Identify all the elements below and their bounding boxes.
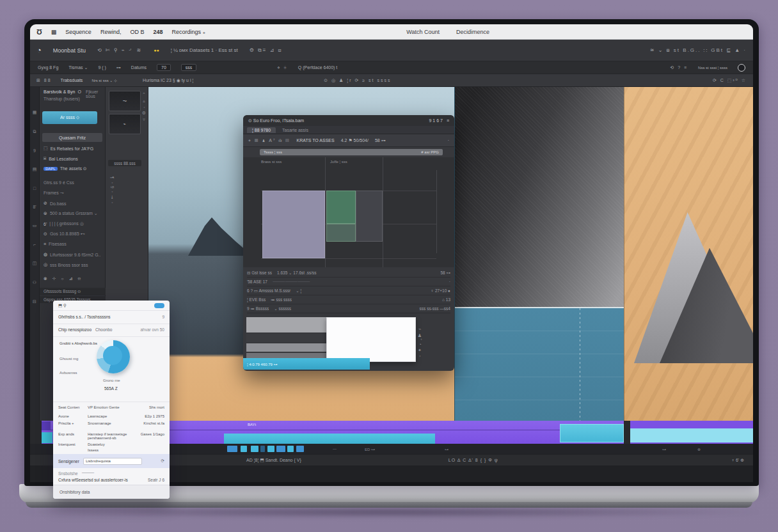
track-chip[interactable] — [241, 446, 247, 452]
rail-eight-icon[interactable]: 8' — [33, 205, 36, 209]
tab-active[interactable]: ¦ 88 9780 — [247, 127, 276, 133]
app-logo-icon[interactable]: ◔ — [36, 45, 42, 55]
tree-item[interactable]: ◍Lifurtssossr 9.6 fSrm2 G.. — [44, 252, 102, 257]
info-row[interactable]: ⊡ Gst lsse ss 1.635 ⌄ 17.6st .ss/ss 58 ⊶ — [247, 269, 450, 278]
tree-item[interactable]: ◎sss Bnoss ssor sss — [44, 262, 102, 267]
timeline-chip-purple[interactable] — [42, 421, 51, 430]
section-quasam-fritz[interactable]: Quasam Fritz — [42, 133, 102, 142]
track-chip[interactable] — [267, 446, 274, 452]
timing-dropdown[interactable]: Tismas ⌄ — [68, 65, 88, 70]
rail-tray-icon[interactable]: ⊟ — [33, 299, 36, 304]
status-far-cluster[interactable]: ♀ 6' ⊕ — [731, 458, 744, 463]
clip-filename[interactable]: ssss 88.sss — [108, 160, 141, 166]
bin-side-icons[interactable]: ¶ ◦ 9 ◦ ⊸ ◦ — [109, 176, 115, 205]
panel-toggle-icons[interactable]: ⊞ 88 — [36, 78, 52, 83]
info-row[interactable]: '58 ASE 17 ⸻⸻⸻ · — [247, 278, 450, 286]
export-settings-panel[interactable]: ⬒ ⚲ Gfxthsbs s.s.. / Tsoshssssns 9 Chip … — [53, 301, 170, 499]
float-toolbar-values[interactable]: 4.2 ⚑ 50/504/ — [341, 138, 369, 143]
float-toolbar-right[interactable]: 58 ⊶ — [375, 138, 386, 143]
slider-line[interactable]: ⸻⸻⸻ — [273, 279, 444, 285]
bin-scroll-icons[interactable]: ⌃ ▵ ◦ ⚙ ▿ — [141, 92, 147, 122]
rail-box-icon[interactable]: ▭ — [33, 223, 37, 228]
panel-header-controls[interactable]: Nrs st sss ⌄ ⊹ — [91, 78, 117, 82]
link-icon[interactable]: ⊶ — [116, 65, 121, 70]
timeline-clip-cyan-selected[interactable] — [560, 424, 624, 442]
status-icon-cluster[interactable]: LO ∆ C ∆' 8 { } Φ ψ — [449, 458, 498, 462]
info-row[interactable]: 9 ≔ Bsssss ⌄ ssssss sss ss-sss —ss4 — [247, 304, 450, 313]
blank-popup[interactable] — [326, 317, 416, 362]
tree-item[interactable]: ≡Fisesass — [44, 242, 102, 246]
float-window-titlebar[interactable]: ⊙ So Euro Froo, ITsala.bam 9 1 6 7 ≡ — [243, 115, 454, 126]
transport-icon-cluster[interactable]: ⋄ ⍟ — [277, 65, 288, 70]
rail-corner-icon[interactable]: ⌐ — [33, 242, 36, 247]
rail-layers-icon[interactable]: ⧉ — [33, 129, 36, 134]
track-marker[interactable]: ⊶ — [662, 447, 666, 451]
list-item[interactable]: ⌸ Bal Lescations — [44, 156, 102, 161]
setting-input[interactable] — [83, 458, 142, 465]
scope-block-gray[interactable] — [356, 191, 383, 242]
value-input-2[interactable]: sss — [181, 64, 197, 71]
os-logo-icon[interactable]: Ʊ — [36, 28, 42, 36]
clip-thumbnail-2[interactable]: ⌁ — [109, 114, 141, 134]
track-marker[interactable]: ⊕ — [697, 447, 701, 451]
menu-item-sequence[interactable]: Sequence — [65, 29, 91, 35]
menu-item-248[interactable]: 248 — [153, 29, 163, 35]
floating-tool-window[interactable]: ⊙ So Euro Froo, ITsala.bam 9 1 6 7 ≡ ¦ 8… — [243, 115, 454, 371]
menu-item-rewind[interactable]: Rewind, — [100, 29, 122, 35]
scope-block-green-2[interactable] — [326, 224, 356, 242]
track-chip[interactable] — [287, 446, 294, 452]
list-item[interactable]: ⬚ Es Rebates for JA'FG — [44, 146, 102, 151]
summary-row[interactable]: Cxfura wfSeesetsd sul ausslertcoer-is Se… — [58, 478, 164, 482]
clip-thumbnail-1[interactable]: 〜 — [109, 91, 141, 111]
float-tools-icon-cluster[interactable]: ⌖ ▦ ♟ A⁷ ⛁ ▤ — [248, 138, 290, 143]
float-side-icons[interactable]: ⌁ ♟⁺ ◔ ✦ ◦ — [417, 315, 454, 371]
dim-row[interactable]: Snsbotshe ⸻ — [58, 471, 164, 476]
rail-list-icon[interactable]: ▤ — [33, 167, 37, 172]
refresh-icon[interactable]: ⟳ — [161, 458, 164, 464]
tools-icon-cluster[interactable]: ⟲ ✄ ⚲ ⌁ ⌏ ≋ — [97, 47, 142, 53]
sidebar-icon-row[interactable]: ⊗ ⊹ ⌔ ⊿ ⍾ — [44, 276, 102, 281]
timeline-chip-teal[interactable] — [42, 432, 52, 443]
panel-top-icons[interactable]: ⬒ ⚲ — [58, 303, 67, 308]
export-button[interactable]: Ar ssss ⬦ — [42, 111, 97, 124]
apps-icon[interactable]: ▩ — [51, 29, 57, 35]
edit-mode-tabs[interactable]: Hurisma IC 23 § ◉ ty u i ¦ — [143, 78, 193, 83]
window-menu-icon[interactable]: ≡ — [447, 118, 449, 123]
rail-frame-icon[interactable]: □ — [33, 186, 36, 191]
track-chip[interactable] — [251, 446, 258, 452]
float-more-icon[interactable]: · — [448, 138, 449, 143]
user-avatar[interactable] — [738, 64, 745, 72]
selected-track[interactable]: ¦ 4:0.79 460.79 ⊶ — [243, 358, 370, 370]
overlay-icon-cluster[interactable]: ⊙ ◎ ♟ ¦r ⟳ ≥ st ssss — [324, 78, 391, 83]
view-icon-cluster[interactable]: ≊ ⌄ ⧇ st B.G.. ⸬ GBt ⊑ ▲ · — [650, 47, 747, 54]
rail-face-icon[interactable]: ⚇ — [33, 280, 36, 285]
menu-item-odb[interactable]: OD B — [130, 29, 144, 35]
sync-icon-cluster[interactable]: ⟲ ? ≡ — [670, 65, 688, 70]
menu-item-recordings[interactable]: Recordings ₊ — [171, 29, 205, 35]
scope-block-lavender[interactable] — [262, 191, 325, 258]
info-row[interactable]: ¦ EVE Bss ≔ sss ssss ⌂ 13 — [247, 295, 450, 304]
panel-footer[interactable]: Onshibitory data — [53, 485, 170, 499]
track-chip[interactable] — [276, 446, 285, 452]
info-row[interactable]: 6 ? ▭ Amssss M.S.sssr ⌄ ¦ ♀ 27+10 ● — [247, 286, 450, 295]
rail-nine-icon[interactable]: 9 — [33, 148, 36, 153]
track-marker[interactable]: ⊶ — [445, 447, 449, 451]
timeline-clip-cyan-long[interactable] — [224, 434, 435, 444]
tab-inactive[interactable]: Tasarte assis — [282, 128, 308, 132]
list-item[interactable]: DAPL The assets ⊙ — [44, 166, 102, 171]
track-marker[interactable]: ED ⊶ — [365, 447, 375, 451]
settings-icon-cluster[interactable]: ⚙ ⧉≡ ⊿ ⧈ — [250, 47, 283, 54]
tree-item[interactable]: 6'| | | (.gnbssons ◎ — [44, 221, 102, 226]
tree-item[interactable]: ⊘Do.bass — [44, 201, 102, 206]
rail-grid-icon[interactable]: ▦ — [33, 110, 37, 115]
viewport-icon-cluster[interactable]: ⟳ C ⬚³ᴰ ☆ — [713, 78, 747, 83]
timeline-clip-cyan-light[interactable] — [630, 428, 753, 442]
tree-item[interactable]: ⊙Gos 10.8.8985 ⊷ — [44, 231, 102, 237]
chip-row[interactable]: Chip nenospiozoo Choonbo ahvar ovn 50 — [58, 327, 164, 332]
selected-setting-row[interactable]: Sensigener ⟳ — [53, 454, 170, 468]
track-chip[interactable] — [296, 446, 304, 452]
rail-split-icon[interactable]: ◫ — [33, 261, 37, 266]
confirm-pill-button[interactable] — [154, 303, 164, 308]
timeline-right-section[interactable] — [630, 421, 753, 444]
status-left-cluster[interactable]: AD ¦8¦ ⬒ Sandt. Deano { V} — [246, 458, 301, 463]
